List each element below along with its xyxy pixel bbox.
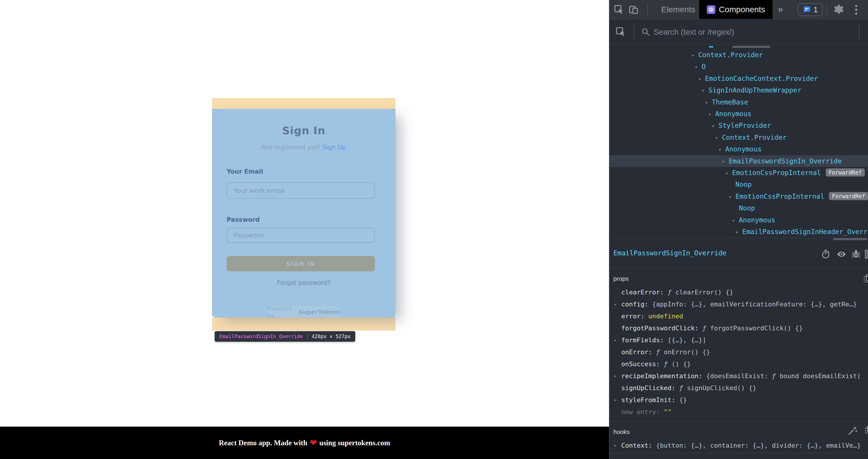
tooltip-divider bbox=[307, 333, 308, 340]
tree-row[interactable]: ▾Anonymous bbox=[609, 214, 868, 226]
prop-value: "" bbox=[664, 408, 672, 416]
settings-gear-icon[interactable] bbox=[833, 3, 845, 16]
prop-row[interactable]: new entry: "" bbox=[609, 406, 868, 418]
prop-row[interactable]: onSuccess: ƒ () {} bbox=[609, 358, 868, 370]
prop-row[interactable]: clearError: ƒ clearError() {} bbox=[609, 286, 868, 298]
prop-row[interactable]: ▸recipeImplementation: {doesEmailExist: … bbox=[609, 370, 868, 382]
footer-text-after: using supertokens.com bbox=[319, 439, 390, 447]
debug-bug-icon[interactable] bbox=[851, 249, 861, 259]
expand-arrow-icon[interactable]: ▸ bbox=[614, 370, 617, 382]
expand-arrow-icon[interactable]: ▾ bbox=[728, 191, 736, 203]
tree-row[interactable]: ▾Anonymous bbox=[609, 143, 868, 155]
select-component-icon[interactable] bbox=[616, 27, 626, 37]
kebab-menu-icon[interactable] bbox=[855, 5, 858, 14]
more-tabs-chevron[interactable]: » bbox=[778, 0, 783, 19]
email-field[interactable] bbox=[227, 182, 375, 199]
expand-arrow-icon[interactable]: ▾ bbox=[698, 73, 705, 85]
expand-arrow-icon[interactable]: ▾ bbox=[735, 226, 742, 238]
prop-row[interactable]: ▸formFields: [{…}, {…}] bbox=[609, 334, 868, 346]
tooltip-component-name: EmailPasswordSignIn_Override bbox=[219, 334, 303, 339]
inspect-size-tooltip: EmailPasswordSignIn_Override 420px × 527… bbox=[215, 331, 355, 342]
password-field[interactable] bbox=[227, 227, 375, 243]
expand-arrow-icon[interactable]: ▾ bbox=[715, 132, 722, 144]
prop-row[interactable]: signUpClicked: ƒ signUpClicked() {} bbox=[609, 382, 868, 394]
device-toolbar-icon[interactable] bbox=[628, 5, 639, 14]
signup-link[interactable]: Sign Up bbox=[322, 144, 346, 151]
search-input[interactable] bbox=[653, 25, 841, 40]
expand-arrow-icon[interactable]: ▸ bbox=[614, 334, 617, 346]
prop-row[interactable]: ▸Context: {button: {…}, container: {…}, … bbox=[609, 439, 868, 451]
horizontal-scrollbar-thumb-top[interactable] bbox=[732, 46, 770, 48]
tree-row[interactable]: ▾Anonymous bbox=[609, 108, 868, 120]
prop-row[interactable]: onError: ƒ onError() {} bbox=[609, 346, 868, 358]
prop-row[interactable]: ▸config: {appInfo: {…}, emailVerificatio… bbox=[609, 298, 868, 310]
inspect-element-icon[interactable] bbox=[614, 5, 624, 14]
powered-by-badge[interactable]: Powered by SuperTokens bbox=[267, 306, 340, 317]
prop-row[interactable]: forgotPasswordClick: ƒ forgotPasswordCli… bbox=[609, 322, 868, 334]
expand-arrow-icon[interactable]: ▾ bbox=[702, 85, 709, 97]
component-name: Anonymous bbox=[725, 145, 762, 153]
expand-arrow-icon[interactable]: ▸ bbox=[614, 439, 617, 451]
expand-arrow-icon[interactable]: ▾ bbox=[712, 120, 719, 132]
suspense-stopwatch-icon[interactable] bbox=[822, 249, 831, 259]
expand-arrow-icon[interactable]: ▾ bbox=[718, 144, 725, 156]
copy-props-icon-clipped[interactable] bbox=[864, 275, 868, 283]
tree-row[interactable]: ▾EmotionCssPropInternalForwardRef bbox=[609, 190, 868, 202]
search-right-divider bbox=[859, 25, 860, 39]
props-header: props bbox=[613, 275, 629, 282]
prop-row[interactable]: ▸styleFromInit: {} bbox=[609, 394, 868, 406]
forgot-password-link[interactable]: Forgot password? bbox=[212, 279, 396, 286]
expand-arrow-icon[interactable]: ▾ bbox=[695, 61, 702, 73]
signin-button[interactable]: SIGN IN bbox=[227, 256, 375, 271]
prop-key: new entry: bbox=[621, 408, 664, 416]
component-name: Anonymous bbox=[739, 216, 775, 224]
expand-arrow-icon[interactable]: ▾ bbox=[721, 156, 728, 167]
component-name: SignInAndUpThemeWrapper bbox=[709, 86, 802, 94]
tree-row[interactable]: ▾O bbox=[609, 61, 868, 72]
prop-value: ƒ bbox=[656, 348, 660, 356]
tree-row[interactable]: ▾SignInAndUpThemeWrapper bbox=[609, 84, 868, 96]
tree-row[interactable]: ▾EmotionCssPropInternalForwardRef bbox=[609, 167, 868, 179]
expand-arrow-icon[interactable]: ▾ bbox=[691, 50, 698, 61]
prop-key: forgotPasswordClick: bbox=[621, 325, 702, 332]
tree-row[interactable]: Noop bbox=[609, 202, 868, 214]
prop-value: {} bbox=[679, 396, 687, 403]
prop-value: {doesEmailExist: bbox=[706, 372, 772, 379]
expand-arrow-icon[interactable]: ▸ bbox=[614, 394, 617, 406]
tree-row[interactable]: Noop bbox=[609, 179, 868, 190]
prop-key: Context: bbox=[621, 442, 656, 449]
copy-hooks-icon-clipped[interactable] bbox=[865, 426, 868, 435]
prop-key: recipeImplementation: bbox=[621, 372, 706, 379]
hooks-header: hooks bbox=[613, 428, 630, 435]
view-source-icon-clipped[interactable] bbox=[865, 249, 868, 259]
feedback-bubble-icon bbox=[803, 5, 811, 14]
component-name: StyleProvider bbox=[719, 122, 771, 129]
tree-row[interactable]: ▾Context.Provider bbox=[609, 49, 868, 61]
tree-row[interactable]: ▾ThemeBase bbox=[609, 96, 868, 108]
component-name: Noop bbox=[739, 204, 755, 212]
component-name: EmailPasswordSignIn_Override bbox=[728, 157, 842, 165]
inspect-overlay-content: Sign In Not registered yet?Sign Up Your … bbox=[212, 109, 396, 317]
component-name: Anonymous bbox=[715, 110, 752, 118]
tree-row[interactable]: ▾StyleProvider bbox=[609, 120, 868, 131]
feedback-button[interactable]: 1 bbox=[798, 3, 823, 16]
component-name: EmailPasswordSignInHeader_Override bbox=[742, 228, 868, 236]
tree-row[interactable]: ▾EmailPasswordSignIn_Override bbox=[609, 155, 868, 167]
expand-arrow-icon[interactable]: ▾ bbox=[708, 109, 715, 120]
tab-elements[interactable]: Elements bbox=[653, 0, 704, 19]
prop-value: ƒ bbox=[668, 288, 672, 296]
expand-arrow-icon[interactable]: ▾ bbox=[732, 215, 739, 226]
inspect-dom-eye-icon[interactable] bbox=[837, 250, 846, 258]
tree-row[interactable]: ▾Context.Provider bbox=[609, 132, 868, 143]
prop-value: ƒ bbox=[772, 372, 776, 379]
prop-row[interactable]: error: undefined bbox=[609, 310, 868, 322]
prop-value: [{…}, {…}] bbox=[668, 336, 706, 344]
expand-arrow-icon[interactable]: ▾ bbox=[705, 97, 712, 109]
parse-hooks-wand-icon[interactable] bbox=[848, 426, 857, 435]
tree-row[interactable]: ▾EmailPasswordSignInHeader_Override bbox=[609, 226, 868, 238]
expand-arrow-icon[interactable]: ▾ bbox=[725, 167, 732, 179]
tree-row[interactable]: ▾EmotionCacheContext.Provider bbox=[609, 73, 868, 84]
tab-components[interactable]: Components bbox=[699, 0, 773, 19]
component-name: EmotionCacheContext.Provider bbox=[705, 75, 818, 82]
expand-arrow-icon[interactable]: ▸ bbox=[614, 298, 617, 310]
